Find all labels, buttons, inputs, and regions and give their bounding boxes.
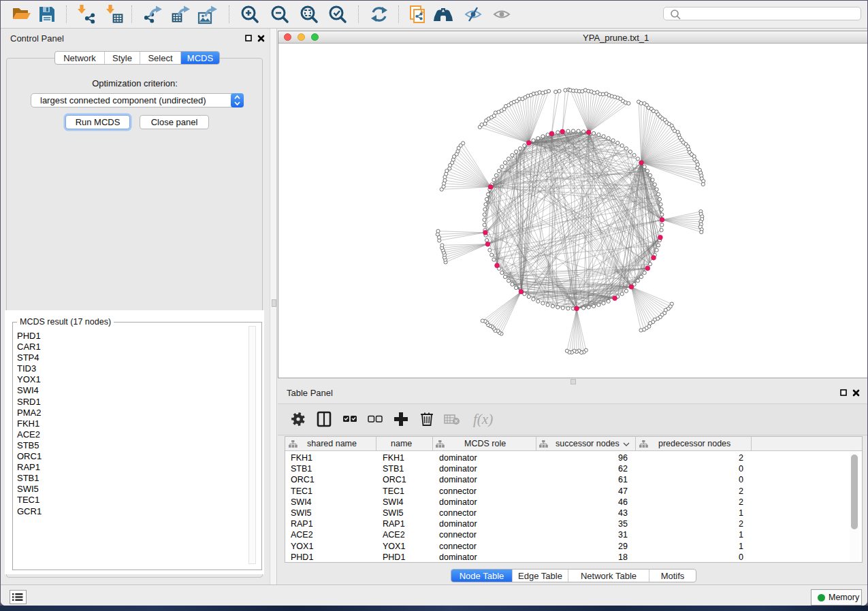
svg-text:f(x): f(x) bbox=[473, 411, 493, 427]
